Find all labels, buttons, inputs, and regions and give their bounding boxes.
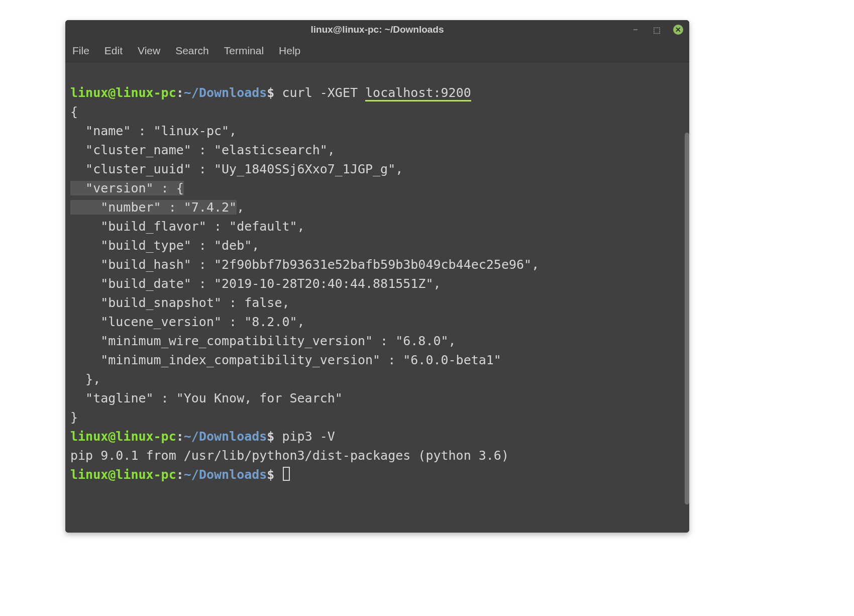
command-curl: curl -XGET xyxy=(274,85,365,100)
prompt-dollar: $ xyxy=(267,429,274,444)
output-line: "tagline" : "You Know, for Search" xyxy=(70,391,343,405)
window-title: linux@linux-pc: ~/Downloads xyxy=(310,24,444,35)
menu-file[interactable]: File xyxy=(72,45,89,57)
window-controls: – ⬚ ✕ xyxy=(631,20,683,39)
menu-edit[interactable]: Edit xyxy=(104,45,123,57)
prompt-user-host: linux@linux-pc xyxy=(70,85,176,100)
output-line: "minimum_wire_compatibility_version" : "… xyxy=(70,334,456,348)
output-line: }, xyxy=(70,372,100,386)
prompt-dollar: $ xyxy=(267,467,274,482)
output-line: "build_date" : "2019-10-28T20:40:44.8815… xyxy=(70,276,441,291)
titlebar[interactable]: linux@linux-pc: ~/Downloads – ⬚ ✕ xyxy=(65,20,689,39)
output-line: "build_flavor" : "default", xyxy=(70,219,305,234)
prompt-path: ~/Downloads xyxy=(184,467,267,482)
menu-help[interactable]: Help xyxy=(279,45,300,57)
prompt-colon: : xyxy=(176,429,184,444)
prompt-path: ~/Downloads xyxy=(184,429,267,444)
maximize-icon[interactable]: ⬚ xyxy=(652,25,661,34)
close-icon[interactable]: ✕ xyxy=(673,25,683,35)
output-line: "minimum_index_compatibility_version" : … xyxy=(70,353,501,367)
terminal-window: linux@linux-pc: ~/Downloads – ⬚ ✕ File E… xyxy=(65,20,689,533)
prompt-user-host: linux@linux-pc xyxy=(70,429,176,444)
menu-view[interactable]: View xyxy=(138,45,160,57)
prompt-user-host: linux@linux-pc xyxy=(70,467,176,482)
menubar: File Edit View Search Terminal Help xyxy=(65,39,689,62)
menu-search[interactable]: Search xyxy=(175,45,209,57)
output-line: "name" : "linux-pc", xyxy=(70,124,237,138)
output-line-comma: , xyxy=(237,200,244,215)
output-line: "cluster_name" : "elasticsearch", xyxy=(70,143,335,157)
cursor-icon xyxy=(283,467,290,481)
output-line: "build_snapshot" : false, xyxy=(70,295,290,310)
output-line: "lucene_version" : "8.2.0", xyxy=(70,315,305,329)
output-line-version-open: "version" : { xyxy=(70,181,184,195)
command-curl-target: localhost:9200 xyxy=(365,85,471,101)
output-line: "cluster_uuid" : "Uy_1840SSj6Xxo7_1JGP_g… xyxy=(70,162,403,176)
output-line: "build_type" : "deb", xyxy=(70,238,259,253)
command-pip: pip3 -V xyxy=(274,429,335,444)
terminal-body[interactable]: linux@linux-pc:~/Downloads$ curl -XGET l… xyxy=(65,62,689,533)
output-line: { xyxy=(70,105,78,119)
prompt-dollar: $ xyxy=(267,85,274,100)
minimize-icon[interactable]: – xyxy=(631,25,640,34)
scrollbar[interactable] xyxy=(685,133,689,504)
output-pip: pip 9.0.1 from /usr/lib/python3/dist-pac… xyxy=(70,448,509,463)
output-line: "build_hash" : "2f90bbf7b93631e52bafb59b… xyxy=(70,257,539,272)
output-line: } xyxy=(70,410,78,425)
menu-terminal[interactable]: Terminal xyxy=(224,45,264,57)
output-line-version-number: "number" : "7.4.2" xyxy=(70,200,237,215)
prompt-colon: : xyxy=(176,85,184,100)
prompt-colon: : xyxy=(176,467,184,482)
prompt-path: ~/Downloads xyxy=(184,85,267,100)
